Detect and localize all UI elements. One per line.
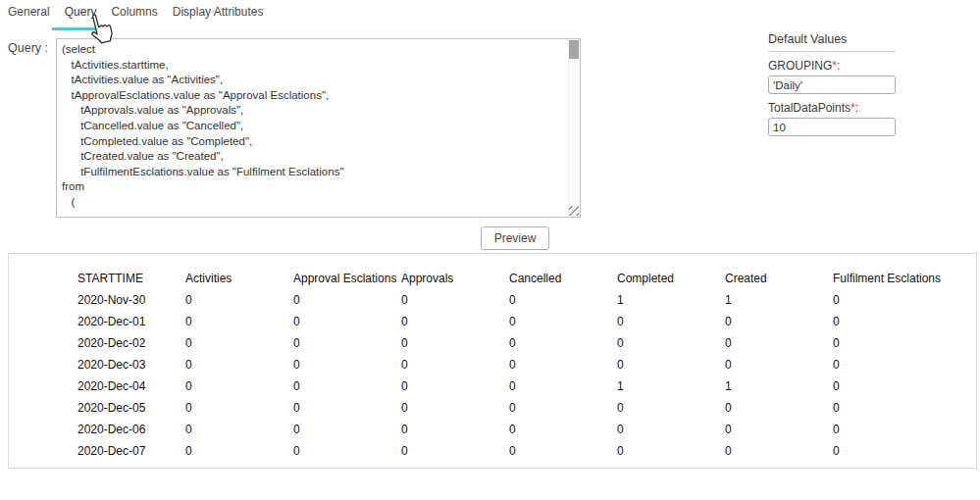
table-cell: 0 [616, 397, 724, 419]
table-cell: 0 [400, 311, 508, 332]
table-cell: 0 [508, 311, 616, 332]
column-header: Approvals [400, 268, 508, 289]
table-cell: 0 [292, 419, 400, 440]
default-values-title: Default Values [768, 32, 896, 52]
preview-results-panel: STARTTIMEActivitiesApproval EsclationsAp… [8, 253, 977, 469]
table-cell: 2020-Dec-04 [77, 375, 184, 397]
column-header: STARTTIME [77, 268, 184, 289]
tab-bar: General Query Columns Display Attributes [8, 5, 263, 25]
column-header: Created [724, 268, 832, 289]
table-cell: 0 [184, 397, 292, 419]
table-cell: 0 [508, 440, 616, 462]
table-cell: 2020-Dec-01 [77, 311, 184, 332]
table-cell: 0 [508, 375, 616, 397]
table-cell: 0 [508, 419, 616, 440]
table-cell: 0 [400, 375, 508, 397]
query-scrollbar-track[interactable] [568, 39, 580, 217]
query-text: (select tActivities.starttime, tActiviti… [62, 42, 564, 213]
table-cell: 0 [724, 332, 832, 354]
grouping-input[interactable] [768, 75, 896, 94]
table-cell: 0 [616, 311, 724, 332]
table-cell: 1 [724, 289, 832, 311]
page: General Query Columns Display Attributes… [0, 0, 980, 500]
table-row: 2020-Dec-010000000 [77, 311, 943, 332]
table-cell: 0 [616, 354, 724, 375]
table-cell: 0 [508, 397, 616, 419]
tab-general[interactable]: General [8, 5, 50, 25]
table-cell: 0 [832, 311, 943, 332]
table-cell: 0 [832, 419, 943, 440]
table-cell: 0 [292, 354, 400, 375]
grouping-label-text: GROUPING [768, 59, 832, 73]
table-cell: 0 [724, 419, 832, 440]
table-cell: 0 [400, 289, 508, 311]
table-cell: 2020-Nov-30 [77, 289, 184, 311]
table-cell: 0 [832, 289, 943, 311]
column-header: Fulfilment Esclations [832, 268, 943, 289]
table-cell: 0 [508, 332, 616, 354]
table-cell: 0 [292, 440, 400, 462]
table-cell: 0 [292, 332, 400, 354]
table-cell: 0 [400, 397, 508, 419]
column-header: Approval Esclations [292, 268, 400, 289]
table-cell: 0 [184, 354, 292, 375]
preview-button[interactable]: Preview [481, 226, 549, 250]
query-scrollbar-thumb[interactable] [569, 40, 579, 59]
table-cell: 0 [508, 289, 616, 311]
tab-columns[interactable]: Columns [111, 5, 157, 25]
table-cell: 0 [832, 354, 943, 375]
table-cell: 2020-Dec-07 [77, 440, 184, 462]
query-field-label: Query : [8, 41, 48, 55]
table-cell: 0 [832, 332, 943, 354]
table-row: 2020-Nov-300000110 [77, 289, 943, 311]
table-row: 2020-Dec-050000000 [77, 397, 943, 419]
table-cell: 0 [184, 289, 292, 311]
table-cell: 0 [184, 419, 292, 440]
table-cell: 0 [832, 375, 943, 397]
column-header: Completed [616, 268, 724, 289]
table-cell: 2020-Dec-02 [77, 332, 184, 354]
table-cell: 0 [184, 375, 292, 397]
table-cell: 2020-Dec-03 [77, 354, 184, 375]
table-cell: 0 [616, 332, 724, 354]
label-colon: : [855, 101, 858, 115]
table-cell: 2020-Dec-06 [77, 419, 184, 440]
query-textarea[interactable]: (select tActivities.starttime, tActiviti… [56, 38, 581, 218]
table-cell: 0 [616, 419, 724, 440]
table-cell: 1 [616, 375, 724, 397]
totaldatapoints-input[interactable] [768, 118, 896, 136]
table-cell: 0 [724, 397, 832, 419]
table-cell: 1 [616, 289, 724, 311]
table-row: 2020-Dec-020000000 [77, 332, 943, 354]
grouping-label: GROUPING*: [768, 59, 896, 73]
default-values-section: Default Values GROUPING*: TotalDataPoint… [768, 32, 896, 136]
table-cell: 0 [184, 332, 292, 354]
totaldatapoints-label-text: TotalDataPoints [768, 101, 851, 115]
table-row: 2020-Dec-070000000 [77, 440, 943, 462]
table-row: 2020-Dec-040000110 [77, 375, 943, 397]
totaldatapoints-label: TotalDataPoints*: [768, 101, 896, 115]
table-cell: 0 [292, 375, 400, 397]
textarea-resize-grip-icon[interactable] [569, 206, 579, 216]
table-cell: 0 [832, 440, 943, 462]
table-cell: 0 [400, 419, 508, 440]
table-cell: 0 [724, 311, 832, 332]
tab-query[interactable]: Query [65, 5, 97, 25]
table-cell: 1 [724, 375, 832, 397]
table-cell: 0 [616, 440, 724, 462]
label-colon: : [837, 59, 840, 73]
table-cell: 2020-Dec-05 [77, 397, 184, 419]
column-header: Activities [184, 268, 292, 289]
results-table: STARTTIMEActivitiesApproval EsclationsAp… [77, 268, 943, 462]
tab-display-attributes[interactable]: Display Attributes [173, 5, 264, 25]
table-row: 2020-Dec-030000000 [77, 354, 943, 375]
table-cell: 0 [832, 397, 943, 419]
table-cell: 0 [400, 332, 508, 354]
table-cell: 0 [724, 354, 832, 375]
table-cell: 0 [292, 289, 400, 311]
table-row: 2020-Dec-060000000 [77, 419, 943, 440]
table-cell: 0 [724, 440, 832, 462]
table-cell: 0 [292, 397, 400, 419]
table-cell: 0 [400, 354, 508, 375]
table-cell: 0 [184, 311, 292, 332]
